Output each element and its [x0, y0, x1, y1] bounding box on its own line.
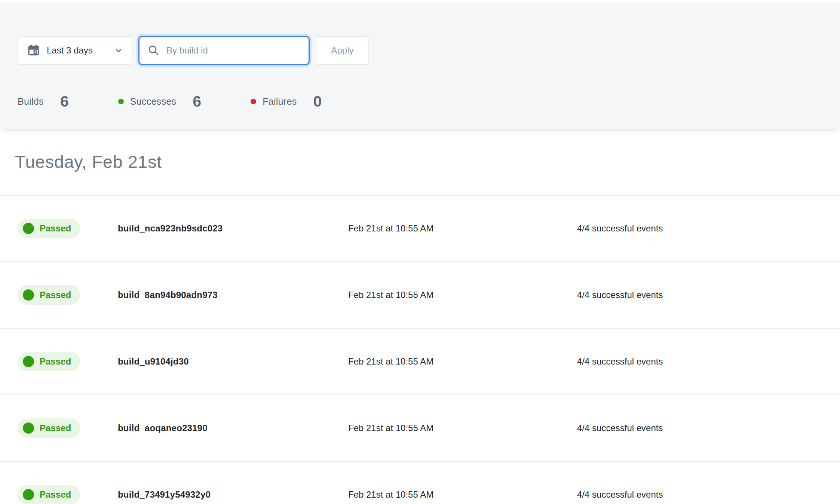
search-field-wrapper [138, 36, 310, 65]
build-timestamp: Feb 21st at 10:55 AM [348, 423, 577, 433]
build-id: build_8an94b90adn973 [118, 290, 348, 300]
status-label: Passed [40, 489, 71, 500]
build-events-summary: 4/4 successful events [577, 489, 840, 500]
status-label: Passed [40, 423, 71, 433]
stat-builds: Builds 6 [18, 93, 69, 110]
build-row[interactable]: Passed build_u9104jd30 Feb 21st at 10:55… [0, 329, 840, 395]
stat-successes-label: Successes [130, 96, 177, 107]
stat-successes-value: 6 [193, 93, 201, 110]
build-row[interactable]: Passed build_8an94b90adn973 Feb 21st at … [0, 262, 840, 329]
build-id: build_73491y54932y0 [118, 489, 348, 500]
date-section-header: Tuesday, Feb 21st [0, 129, 840, 196]
build-timestamp: Feb 21st at 10:55 AM [348, 356, 577, 367]
stat-successes: Successes 6 [118, 93, 201, 110]
stat-failures-value: 0 [313, 93, 322, 110]
build-id-search-input[interactable] [138, 36, 310, 65]
status-dot-icon [23, 422, 34, 434]
status-badge: Passed [18, 418, 80, 438]
status-label: Passed [40, 356, 71, 367]
status-dot-icon [23, 489, 34, 500]
filters-panel: Last 3 days Apply Builds 6 [0, 4, 840, 129]
apply-button[interactable]: Apply [316, 36, 369, 65]
status-label: Passed [40, 223, 71, 234]
success-dot-icon [118, 99, 124, 104]
build-events-summary: 4/4 successful events [577, 223, 840, 234]
build-events-summary: 4/4 successful events [577, 290, 840, 300]
calendar-icon [27, 44, 40, 57]
build-events-summary: 4/4 successful events [577, 356, 840, 367]
build-events-summary: 4/4 successful events [577, 423, 840, 433]
status-dot-icon [23, 289, 34, 301]
stat-builds-value: 6 [60, 93, 69, 110]
date-range-label: Last 3 days [47, 45, 107, 56]
failure-dot-icon [251, 99, 256, 104]
status-dot-icon [23, 356, 34, 367]
chevron-down-icon [114, 46, 123, 55]
build-timestamp: Feb 21st at 10:55 AM [348, 489, 577, 500]
stats-row: Builds 6 Successes 6 Failures 0 [18, 93, 840, 110]
build-timestamp: Feb 21st at 10:55 AM [348, 290, 577, 300]
date-heading: Tuesday, Feb 21st [15, 151, 162, 172]
status-label: Passed [40, 290, 71, 300]
status-badge: Passed [18, 485, 80, 504]
status-badge: Passed [18, 285, 80, 305]
status-dot-icon [23, 223, 34, 234]
build-row[interactable]: Passed build_aoqaneo23190 Feb 21st at 10… [0, 395, 840, 462]
build-id: build_u9104jd30 [118, 356, 348, 367]
stat-failures: Failures 0 [251, 93, 322, 110]
toolbar: Last 3 days Apply [18, 36, 840, 65]
stat-failures-label: Failures [263, 96, 297, 107]
status-badge: Passed [18, 219, 80, 238]
build-id: build_nca923nb9sdc023 [118, 223, 348, 234]
date-range-dropdown[interactable]: Last 3 days [18, 36, 132, 65]
build-id: build_aoqaneo23190 [118, 423, 348, 433]
build-timestamp: Feb 21st at 10:55 AM [348, 223, 577, 234]
build-row[interactable]: Passed build_73491y54932y0 Feb 21st at 1… [0, 462, 840, 504]
build-row[interactable]: Passed build_nca923nb9sdc023 Feb 21st at… [0, 196, 840, 262]
stat-builds-label: Builds [18, 96, 44, 107]
status-badge: Passed [18, 352, 80, 371]
